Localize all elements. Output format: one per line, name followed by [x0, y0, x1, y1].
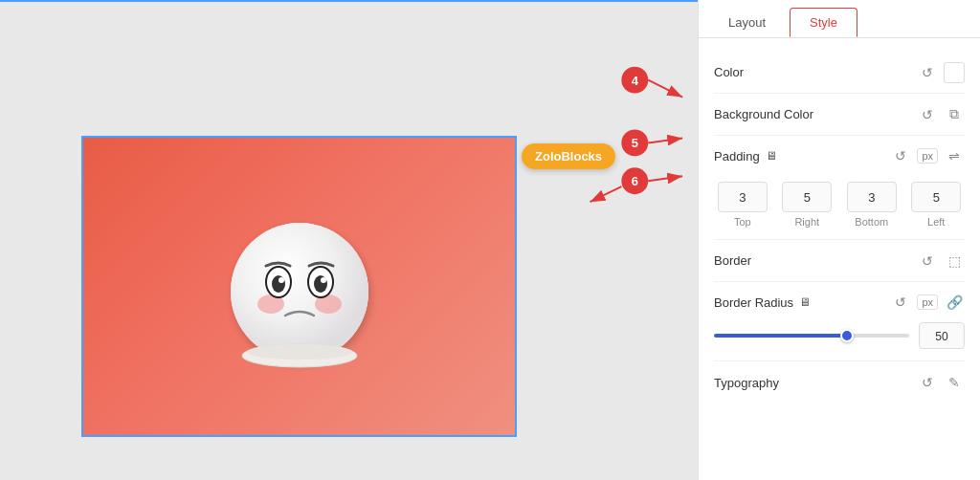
- svg-line-18: [648, 138, 682, 142]
- padding-bottom-input[interactable]: [847, 182, 897, 212]
- svg-point-19: [621, 167, 648, 194]
- color-reset-icon[interactable]: ↺: [917, 62, 938, 83]
- padding-left-cell: Left: [908, 182, 966, 228]
- svg-point-6: [278, 277, 284, 283]
- border-reset-icon[interactable]: ↺: [917, 251, 938, 272]
- canvas-area: ZoloBlocks 4 5 6: [0, 0, 698, 480]
- padding-px-badge: px: [917, 148, 938, 164]
- svg-text:4: 4: [632, 74, 639, 88]
- background-color-row: Background Color ↺ ⧉: [714, 94, 965, 136]
- border-radius-monitor-icon: 🖥: [799, 295, 811, 309]
- border-radius-label: Border Radius 🖥: [714, 295, 811, 310]
- tab-layout[interactable]: Layout: [708, 8, 786, 37]
- typography-row: Typography ↺ ✎: [714, 361, 965, 404]
- padding-right-cell: Right: [779, 182, 836, 228]
- typography-label: Typography: [714, 376, 779, 390]
- svg-point-1: [231, 223, 368, 360]
- svg-point-11: [247, 344, 352, 360]
- padding-top-label: Top: [734, 216, 751, 228]
- padding-bottom-label: Bottom: [855, 216, 888, 228]
- bg-color-reset-icon[interactable]: ↺: [917, 104, 938, 125]
- padding-right-input[interactable]: [782, 182, 832, 212]
- svg-line-22: [648, 176, 682, 181]
- padding-section: Padding 🖥 ↺ px ⇌ Top Right: [714, 136, 965, 240]
- typography-reset-icon[interactable]: ↺: [917, 372, 938, 393]
- padding-label: Padding 🖥: [714, 149, 777, 164]
- padding-bottom-cell: Bottom: [843, 182, 901, 228]
- background-color-label: Background Color: [714, 107, 813, 121]
- zoloblocks-badge: ZoloBlocks: [522, 143, 615, 169]
- color-row: Color ↺: [714, 52, 965, 94]
- cartoon-ball-image: [213, 191, 386, 382]
- border-radius-actions: ↺ px 🔗: [890, 292, 965, 313]
- svg-text:5: 5: [632, 136, 638, 150]
- border-actions: ↺ ⬚: [917, 251, 965, 272]
- border-radius-value-box[interactable]: 50: [919, 322, 965, 349]
- svg-point-13: [621, 67, 648, 94]
- padding-monitor-icon: 🖥: [766, 149, 777, 163]
- border-radius-slider-track[interactable]: [714, 334, 909, 338]
- padding-grid: Top Right Bottom Left: [714, 182, 965, 228]
- svg-point-16: [621, 129, 648, 156]
- border-radius-link-icon[interactable]: 🔗: [944, 292, 965, 313]
- tab-bar: Layout Style: [699, 0, 980, 38]
- right-panel: Layout Style Color ↺ Background Color ↺ …: [698, 0, 980, 480]
- border-radius-slider-thumb[interactable]: [840, 329, 854, 342]
- bg-color-copy-icon[interactable]: ⧉: [944, 104, 965, 125]
- svg-line-21: [590, 186, 621, 202]
- padding-top-cell: Top: [714, 182, 771, 228]
- typography-edit-icon[interactable]: ✎: [944, 372, 965, 393]
- svg-text:6: 6: [632, 174, 638, 188]
- color-preview[interactable]: [944, 62, 965, 83]
- border-row: Border ↺ ⬚: [714, 240, 965, 282]
- padding-left-input[interactable]: [911, 182, 961, 212]
- background-color-actions: ↺ ⧉: [917, 104, 965, 125]
- slider-container: 50: [714, 322, 965, 349]
- padding-top-input[interactable]: [718, 182, 768, 212]
- border-expand-icon[interactable]: ⬚: [944, 251, 965, 272]
- border-radius-section: Border Radius 🖥 ↺ px 🔗 50: [714, 282, 965, 361]
- typography-actions: ↺ ✎: [917, 372, 965, 393]
- svg-line-15: [648, 80, 682, 98]
- padding-left-label: Left: [927, 216, 945, 228]
- border-radius-px-badge: px: [917, 295, 938, 310]
- color-actions: ↺: [917, 62, 965, 83]
- padding-right-label: Right: [794, 216, 819, 228]
- image-block[interactable]: [81, 136, 517, 437]
- padding-header: Padding 🖥 ↺ px ⇌: [714, 136, 965, 172]
- border-radius-reset-icon[interactable]: ↺: [890, 292, 911, 313]
- tab-style[interactable]: Style: [790, 8, 858, 37]
- border-label: Border: [714, 253, 751, 268]
- padding-link-icon[interactable]: ⇌: [944, 145, 965, 166]
- padding-actions: ↺ px ⇌: [890, 145, 965, 166]
- padding-reset-icon[interactable]: ↺: [890, 145, 911, 166]
- svg-point-9: [321, 277, 326, 283]
- panel-content: Color ↺ Background Color ↺ ⧉ Padding 🖥: [699, 38, 980, 480]
- border-radius-header: Border Radius 🖥 ↺ px 🔗: [714, 282, 965, 318]
- color-label: Color: [714, 65, 744, 79]
